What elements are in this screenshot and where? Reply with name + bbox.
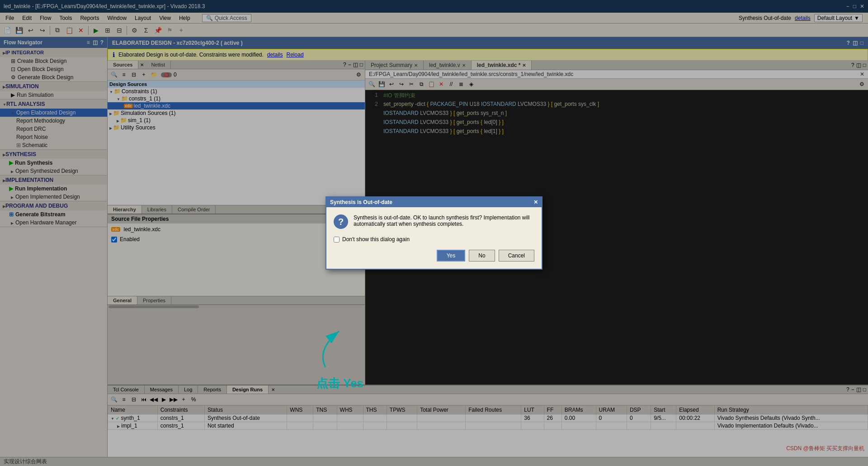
dialog-title-bar: Synthesis is Out-of-date ✕ xyxy=(326,197,542,207)
dialog-close-btn[interactable]: ✕ xyxy=(533,199,538,205)
dont-show-checkbox[interactable] xyxy=(334,237,340,243)
dialog-buttons: Yes No Cancel xyxy=(334,250,534,262)
dont-show-label: Don't show this dialog again xyxy=(342,236,410,243)
dialog-message: ? Synthesis is out-of-date. OK to launch… xyxy=(334,214,534,229)
dialog-body: ? Synthesis is out-of-date. OK to launch… xyxy=(326,207,542,269)
cancel-button[interactable]: Cancel xyxy=(499,250,534,262)
dialog-title: Synthesis is Out-of-date xyxy=(330,199,392,205)
dialog-box: Synthesis is Out-of-date ✕ ? Synthesis i… xyxy=(326,196,542,270)
yes-button[interactable]: Yes xyxy=(437,250,466,262)
dialog-checkbox-row: Don't show this dialog again xyxy=(334,236,534,243)
no-button[interactable]: No xyxy=(469,250,495,262)
dialog-text: Synthesis is out-of-date. OK to launch s… xyxy=(354,214,534,227)
dialog-overlay: Synthesis is Out-of-date ✕ ? Synthesis i… xyxy=(0,0,868,466)
question-icon: ? xyxy=(334,214,348,229)
